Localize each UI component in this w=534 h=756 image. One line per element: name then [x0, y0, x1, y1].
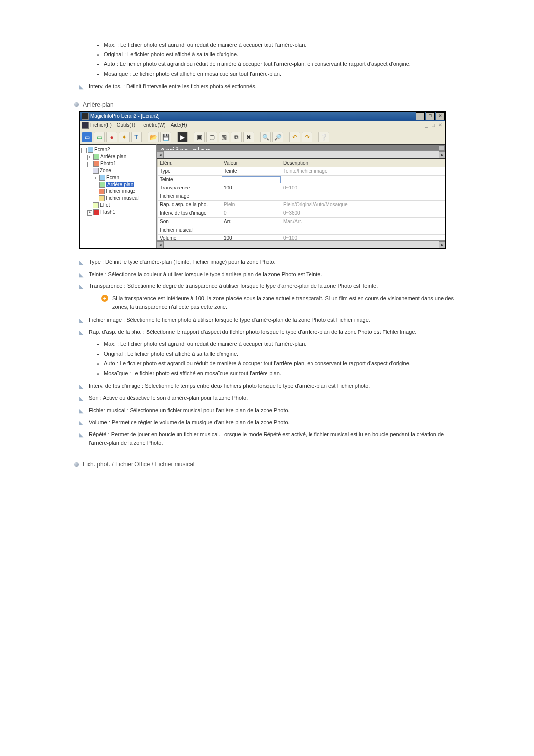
- prop-desc: 0~3600: [281, 209, 445, 217]
- prop-value[interactable]: 100: [222, 184, 281, 192]
- maximize-button[interactable]: □: [426, 112, 435, 120]
- scroll-right-icon[interactable]: ▸: [439, 151, 445, 158]
- prop-value[interactable]: Teinte: [222, 167, 281, 175]
- tool-send-back-icon[interactable]: ▢: [206, 132, 217, 142]
- prop-desc: [281, 192, 445, 200]
- tool-monitor-icon[interactable]: ▭: [94, 132, 105, 142]
- item-repete: Répété : Permet de jouer en boucle un fi…: [89, 430, 460, 448]
- prop-desc: Plein/Original/Auto/Mosaïque: [281, 200, 445, 209]
- prop-value[interactable]: 0: [222, 209, 281, 217]
- mdi-doc-icon[interactable]: [82, 122, 89, 129]
- bullet-arrow-icon: ◣: [79, 430, 89, 440]
- bullet-arrow-icon: ◣: [79, 418, 89, 427]
- tree-ecran[interactable]: Ecran: [106, 175, 119, 180]
- prop-value[interactable]: [222, 226, 281, 234]
- prop-elem: Type: [158, 167, 222, 175]
- tool-text-icon[interactable]: T: [131, 132, 142, 142]
- prop-value[interactable]: [222, 192, 281, 200]
- list-item: Max. : Le fichier photo est agrandi ou r…: [104, 340, 460, 349]
- item-volume: Volume : Permet de régler le volume de l…: [89, 418, 460, 427]
- tree-effet[interactable]: Effet: [100, 202, 110, 208]
- menu-help[interactable]: Aide(H): [171, 122, 187, 128]
- mdi-minimize-button[interactable]: _: [423, 122, 430, 128]
- tool-play-icon[interactable]: ▶: [177, 132, 188, 142]
- tree-bg1[interactable]: Arrière-plan: [100, 154, 126, 159]
- tree-bg2-selected[interactable]: Arrière-plan: [106, 182, 134, 187]
- scroll-left-icon[interactable]: ◂: [157, 151, 164, 158]
- props-col-desc[interactable]: Description: [281, 159, 445, 167]
- prop-elem: Son: [158, 217, 222, 226]
- tool-screen-icon[interactable]: ▭: [82, 132, 92, 142]
- close-button[interactable]: ✕: [436, 112, 445, 120]
- prop-elem: Teinte: [158, 175, 222, 184]
- tool-save-icon[interactable]: 💾: [160, 132, 171, 142]
- prop-desc: Teinte/Fichier image: [281, 167, 445, 175]
- bullet-arrow-icon: ◣: [79, 258, 89, 267]
- tool-undo-icon[interactable]: ↶: [289, 132, 300, 142]
- tool-bring-front-icon[interactable]: ▣: [194, 132, 205, 142]
- item-transparence: Transparence : Sélectionne le degré de t…: [89, 282, 460, 291]
- prop-elem: Rap. d'asp. de la pho.: [158, 200, 222, 209]
- prop-value[interactable]: 100: [222, 234, 281, 241]
- item-interv-tps: Interv. de tps. : Définit l'intervalle e…: [89, 82, 460, 91]
- minimize-button[interactable]: _: [416, 112, 425, 120]
- window-title: MagicInfoPro Ecran2 - [Ecran2]: [90, 113, 416, 119]
- prop-desc: 0~100: [281, 234, 445, 241]
- props-hscrollbar[interactable]: ◂ ▸: [157, 241, 445, 248]
- toolbar: ▭ ▭ ● ✦ T 📂 💾 ▶ ▣ ▢ ▧ ⧉ ✖ 🔍 🔎 ↶ ↷ ❔: [80, 130, 445, 144]
- menu-bar: Fichier(F) Outils(T) Fenêtre(W) Aide(H) …: [80, 121, 445, 130]
- section-dot-icon: [74, 102, 79, 107]
- menu-tools[interactable]: Outils(T): [117, 122, 135, 128]
- section-title-fich-phot: Fich. phot. / Fichier Office / Fichier m…: [83, 461, 195, 468]
- tool-zoom-fit-icon[interactable]: 🔍: [260, 132, 271, 142]
- prop-value[interactable]: Arr.: [222, 217, 281, 226]
- tool-open-icon[interactable]: 📂: [148, 132, 159, 142]
- tool-puzzle-icon[interactable]: ✦: [119, 132, 130, 142]
- tree-fichier-musical[interactable]: Fichier musical: [106, 195, 139, 201]
- menu-file[interactable]: Fichier(F): [90, 122, 112, 128]
- list-item: Mosaïque : Le fichier photo est affiché …: [104, 70, 460, 79]
- item-son: Son : Active ou désactive le son d'arriè…: [89, 394, 460, 403]
- note-plus-icon: +: [101, 295, 108, 302]
- design-canvas[interactable]: Arrière-plan Photo1 Flash1: [157, 144, 445, 151]
- tree-photo1[interactable]: Photo1: [100, 161, 116, 166]
- prop-desc: Mar./Arr.: [281, 217, 445, 226]
- scroll-left-icon[interactable]: ◂: [157, 241, 164, 248]
- bullet-arrow-icon: ◣: [79, 406, 89, 416]
- tree-zone[interactable]: Zone: [100, 168, 111, 173]
- tool-delete-icon[interactable]: ✖: [243, 132, 254, 142]
- mdi-restore-button[interactable]: □: [430, 122, 437, 128]
- tool-help-icon[interactable]: ❔: [318, 132, 329, 142]
- tree-panel[interactable]: −Ecran2 +Arrière-plan −Photo1 Zone +Ecra…: [80, 144, 157, 248]
- prop-desc: [281, 226, 445, 234]
- bullet-arrow-icon: ◣: [79, 316, 89, 325]
- scroll-right-icon[interactable]: ▸: [439, 241, 445, 248]
- section-title-arriere-plan: Arrière-plan: [83, 101, 114, 108]
- tool-copy-icon[interactable]: ⧉: [231, 132, 242, 142]
- prop-elem: Interv. de tps d'image: [158, 209, 222, 217]
- tree-fichier-image[interactable]: Fichier image: [106, 189, 135, 194]
- tool-redo-icon[interactable]: ↷: [302, 132, 312, 142]
- prop-value[interactable]: Plein: [222, 200, 281, 209]
- prop-value-color[interactable]: [222, 175, 281, 184]
- title-bar[interactable]: MagicInfoPro Ecran2 - [Ecran2] _ □ ✕: [80, 112, 445, 121]
- list-item: Mosaïque : Le fichier photo est affiché …: [104, 369, 460, 378]
- mdi-close-button[interactable]: ✕: [437, 122, 444, 128]
- list-item: Max. : Le fichier photo est agrandi ou r…: [104, 41, 460, 49]
- prop-elem: Fichier image: [158, 192, 222, 200]
- list-item: Auto : Le fichier photo est agrandi ou r…: [104, 60, 460, 69]
- prop-elem: Transparence: [158, 184, 222, 192]
- tree-flash1[interactable]: Flash1: [100, 209, 115, 215]
- props-col-valeur[interactable]: Valeur: [222, 159, 281, 167]
- list-item: Original : Le fichier photo est affiché …: [104, 350, 460, 359]
- tool-zoom-in-icon[interactable]: 🔎: [272, 132, 283, 142]
- canvas-hscrollbar[interactable]: ◂ ▸: [157, 151, 445, 158]
- menu-window[interactable]: Fenêtre(W): [140, 122, 166, 128]
- tool-globe-icon[interactable]: ●: [106, 132, 117, 142]
- tree-root[interactable]: Ecran2: [94, 147, 110, 152]
- tool-forward-icon[interactable]: ▧: [219, 132, 229, 142]
- item-fichier-image: Fichier image : Sélectionne le fichier p…: [89, 316, 460, 325]
- app-icon: [82, 113, 89, 120]
- props-col-elem[interactable]: Elém.: [158, 159, 222, 167]
- prop-elem: Fichier musical: [158, 226, 222, 234]
